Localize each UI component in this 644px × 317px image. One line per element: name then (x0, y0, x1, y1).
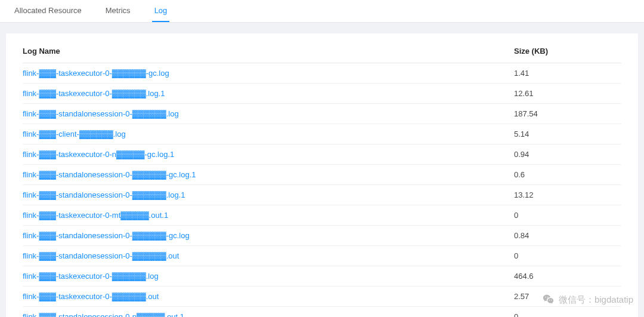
col-header-name: Log Name (23, 47, 514, 56)
log-link[interactable]: flink-▓▓▓-standalonesession-0-▓▓▓▓▓▓-gc.… (23, 170, 196, 179)
log-link[interactable]: flink-▓▓▓-taskexecutor-0-▓▓▓▓▓▓-gc.log (23, 69, 169, 78)
log-name-cell: flink-▓▓▓-standalonesession-0-▓▓▓▓▓▓-gc.… (23, 170, 514, 179)
table-header: Log Name Size (KB) (23, 39, 621, 63)
log-link[interactable]: flink-▓▓▓-standalonesession-0-▓▓▓▓▓▓.log… (23, 190, 185, 199)
col-header-size: Size (KB) (514, 47, 621, 56)
log-link[interactable]: flink-▓▓▓-standalonesession-0-n▓▓▓▓▓.out… (23, 312, 184, 317)
tab-log[interactable]: Log (152, 0, 170, 22)
tab-metrics[interactable]: Metrics (103, 0, 133, 22)
log-name-cell: flink-▓▓▓-standalonesession-0-n▓▓▓▓▓.out… (23, 312, 514, 317)
log-size-cell: 0.94 (514, 150, 621, 159)
log-name-cell: flink-▓▓▓-standalonesession-0-▓▓▓▓▓▓.log (23, 109, 514, 118)
log-size-cell: 0.6 (514, 170, 621, 179)
log-size-cell: 464.6 (514, 272, 621, 281)
log-name-cell: flink-▓▓▓-standalonesession-0-▓▓▓▓▓▓.out (23, 251, 514, 260)
table-row: flink-▓▓▓-standalonesession-0-▓▓▓▓▓▓-gc.… (23, 165, 621, 185)
log-link[interactable]: flink-▓▓▓-taskexecutor-0-▓▓▓▓▓▓.log (23, 272, 159, 281)
log-link[interactable]: flink-▓▓▓-standalonesession-0-▓▓▓▓▓▓.out (23, 251, 179, 260)
log-link[interactable]: flink-▓▓▓-taskexecutor-0-▓▓▓▓▓▓.out (23, 292, 159, 301)
log-table-card: Log Name Size (KB) flink-▓▓▓-taskexecuto… (6, 33, 638, 317)
table-row: flink-▓▓▓-taskexecutor-0-▓▓▓▓▓▓.log.112.… (23, 84, 621, 104)
log-size-cell: 0 (514, 211, 621, 220)
table-row: flink-▓▓▓-standalonesession-0-▓▓▓▓▓▓.log… (23, 104, 621, 124)
log-size-cell: 5.14 (514, 130, 621, 139)
log-name-cell: flink-▓▓▓-client-▓▓▓▓▓▓.log (23, 130, 514, 139)
log-name-cell: flink-▓▓▓-taskexecutor-0-▓▓▓▓▓▓.log (23, 272, 514, 281)
log-name-cell: flink-▓▓▓-taskexecutor-0-▓▓▓▓▓▓.out (23, 292, 514, 301)
log-size-cell: 13.12 (514, 190, 621, 199)
log-size-cell: 0 (514, 251, 621, 260)
log-name-cell: flink-▓▓▓-taskexecutor-0-mt▓▓▓▓▓.out.1 (23, 211, 514, 220)
tab-allocated-resource[interactable]: Allocated Resource (12, 0, 84, 22)
content: Log Name Size (KB) flink-▓▓▓-taskexecuto… (0, 23, 644, 317)
log-name-cell: flink-▓▓▓-taskexecutor-0-▓▓▓▓▓▓-gc.log (23, 69, 514, 78)
log-name-cell: flink-▓▓▓-taskexecutor-0-n▓▓▓▓▓-gc.log.1 (23, 150, 514, 159)
log-link[interactable]: flink-▓▓▓-taskexecutor-0-▓▓▓▓▓▓.log.1 (23, 89, 165, 98)
log-size-cell: 12.61 (514, 89, 621, 98)
table-body: flink-▓▓▓-taskexecutor-0-▓▓▓▓▓▓-gc.log1.… (23, 63, 621, 317)
table-row: flink-▓▓▓-taskexecutor-0-n▓▓▓▓▓-gc.log.1… (23, 144, 621, 165)
log-link[interactable]: flink-▓▓▓-client-▓▓▓▓▓▓.log (23, 130, 126, 139)
log-link[interactable]: flink-▓▓▓-taskexecutor-0-n▓▓▓▓▓-gc.log.1 (23, 150, 174, 159)
log-link[interactable]: flink-▓▓▓-taskexecutor-0-mt▓▓▓▓▓.out.1 (23, 211, 168, 220)
table-row: flink-▓▓▓-standalonesession-0-n▓▓▓▓▓.out… (23, 307, 621, 317)
log-name-cell: flink-▓▓▓-taskexecutor-0-▓▓▓▓▓▓.log.1 (23, 89, 514, 98)
log-size-cell: 0.84 (514, 231, 621, 240)
table-row: flink-▓▓▓-taskexecutor-0-▓▓▓▓▓▓.log464.6 (23, 266, 621, 287)
table-row: flink-▓▓▓-client-▓▓▓▓▓▓.log5.14 (23, 124, 621, 144)
log-size-cell: 1.41 (514, 69, 621, 78)
tabs: Allocated Resource Metrics Log (0, 0, 644, 23)
log-link[interactable]: flink-▓▓▓-standalonesession-0-▓▓▓▓▓▓.log (23, 109, 179, 118)
log-size-cell: 187.54 (514, 109, 621, 118)
table-row: flink-▓▓▓-standalonesession-0-▓▓▓▓▓▓-gc.… (23, 226, 621, 246)
table-row: flink-▓▓▓-taskexecutor-0-▓▓▓▓▓▓.out2.57 (23, 287, 621, 307)
log-name-cell: flink-▓▓▓-standalonesession-0-▓▓▓▓▓▓.log… (23, 190, 514, 199)
log-link[interactable]: flink-▓▓▓-standalonesession-0-▓▓▓▓▓▓-gc.… (23, 231, 190, 240)
log-size-cell: 0 (514, 312, 621, 317)
table-row: flink-▓▓▓-taskexecutor-0-▓▓▓▓▓▓-gc.log1.… (23, 63, 621, 84)
log-size-cell: 2.57 (514, 292, 621, 301)
table-row: flink-▓▓▓-standalonesession-0-▓▓▓▓▓▓.out… (23, 246, 621, 266)
log-name-cell: flink-▓▓▓-standalonesession-0-▓▓▓▓▓▓-gc.… (23, 231, 514, 240)
table-row: flink-▓▓▓-taskexecutor-0-mt▓▓▓▓▓.out.10 (23, 205, 621, 226)
table-row: flink-▓▓▓-standalonesession-0-▓▓▓▓▓▓.log… (23, 185, 621, 205)
